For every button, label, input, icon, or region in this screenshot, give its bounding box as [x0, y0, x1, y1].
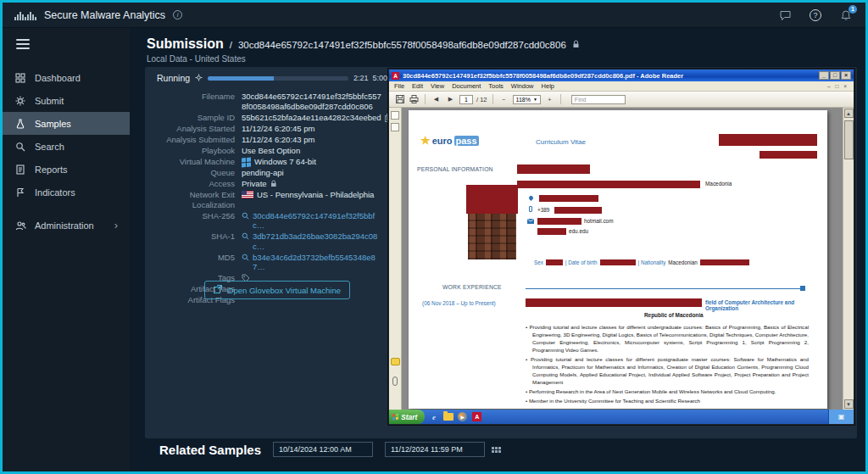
field-label: Queue	[152, 168, 242, 178]
playbook-value: Use Best Option	[242, 146, 300, 156]
work-bullet: • Providing tutorial and lecture classes…	[526, 356, 809, 387]
menu-document[interactable]: Document	[452, 82, 481, 90]
sha1-link[interactable]: 3db721db3ad26bae3082ba294c08c…	[253, 231, 385, 251]
field-label: Analysis Submitted	[152, 135, 242, 145]
flag-icon	[14, 187, 26, 198]
zoom-in-icon[interactable]: +	[544, 94, 555, 105]
menu-edit[interactable]: Edit	[412, 82, 423, 90]
network-exit-value: US - Pennsylvania - Philadelphia	[257, 190, 374, 200]
sidebar-item-indicators[interactable]: Indicators	[3, 181, 130, 204]
sha256-link[interactable]: 30cd844e65792c147491ef32f5bbfc…	[253, 211, 385, 231]
page-title: Submission	[147, 36, 224, 52]
save-icon[interactable]	[394, 94, 405, 105]
field-label: Sample ID	[152, 113, 242, 123]
previous-page-icon[interactable]: ◀	[431, 94, 442, 105]
search-icon[interactable]	[242, 232, 249, 240]
detail-row-sample-id: Sample ID 55b621c52bfa2a4e11ea4282c34eeb…	[152, 113, 396, 123]
menu-help[interactable]: Help	[542, 82, 554, 90]
menu-tools[interactable]: Tools	[488, 82, 504, 90]
md5-link[interactable]: b34e34c6d2d3732befb5545348e87…	[253, 253, 385, 272]
vertical-scrollbar[interactable]: ▲ ▼	[843, 108, 854, 410]
internet-explorer-icon[interactable]: e	[428, 411, 439, 422]
media-player-icon[interactable]: ▶	[457, 411, 468, 422]
calendar-icon[interactable]	[492, 447, 501, 453]
menu-toggle-icon[interactable]	[16, 39, 30, 49]
time-elapsed: 2:21	[353, 74, 369, 82]
document-window-controls[interactable]: – □ ×	[827, 83, 849, 89]
vm-close-button[interactable]: ×	[841, 71, 851, 80]
next-page-icon[interactable]: ▶	[445, 94, 456, 105]
email-domain-2: edu.edu	[569, 228, 588, 234]
detail-row-md5: MD5 b34e34c6d2d3732befb5545348e87…	[152, 253, 396, 272]
search-icon[interactable]	[242, 212, 249, 220]
open-glovebox-button[interactable]: Open Glovebox Virtual Machine	[204, 281, 350, 299]
nationality-value: Macedonian	[668, 259, 697, 265]
comments-panel-icon[interactable]	[391, 358, 400, 365]
zoom-out-icon[interactable]: −	[498, 94, 509, 105]
vm-maximize-button[interactable]: □	[830, 71, 840, 80]
vm-taskbar: Start e ▶ A ▣	[389, 410, 854, 424]
print-icon[interactable]	[409, 94, 420, 105]
page-number-input[interactable]: 1	[459, 95, 473, 104]
vm-window-title: 30cd844e65792c147491ef32f5bbfc5578f00584…	[403, 72, 683, 80]
glovebox-vm-screen[interactable]: A 30cd844e65792c147491ef32f5bbfc5578f005…	[388, 69, 854, 425]
find-input[interactable]: Find	[571, 95, 626, 104]
analysis-status-row: Running 2:21 5:00	[157, 73, 387, 83]
notifications-bell-icon[interactable]: 1	[838, 8, 854, 23]
attachments-panel-icon[interactable]	[392, 376, 398, 386]
sidebar-item-label: Indicators	[35, 187, 75, 198]
zoom-level-select[interactable]: 118%▼	[513, 95, 541, 104]
redaction-box	[537, 218, 581, 225]
detail-row-filename: Filename 30cd844e65792c147491ef32f5bbfc5…	[152, 92, 396, 111]
redaction-box	[700, 259, 749, 265]
access-value: Private	[242, 179, 267, 189]
bookmarks-panel-icon[interactable]	[391, 123, 399, 131]
menu-file[interactable]: File	[394, 82, 404, 90]
sidebar-item-reports[interactable]: Reports	[3, 158, 130, 181]
scroll-up-arrow[interactable]: ▲	[844, 109, 854, 118]
pdf-taskbar-icon[interactable]: A	[471, 411, 482, 422]
work-bullet-list: • Providing tutorial and lecture classes…	[526, 324, 809, 407]
vm-toolbar: ◀ ▶ 1 / 12 − 118%▼ + Find	[389, 92, 854, 108]
sidebar-item-dashboard[interactable]: Dashboard	[3, 66, 130, 89]
system-tray[interactable]: ▣	[828, 410, 854, 424]
detail-row-network-exit: Network Exit Localization US - Pennsylva…	[152, 190, 396, 209]
search-icon[interactable]	[242, 254, 249, 261]
vm-window-titlebar: A 30cd844e65792c147491ef32f5bbfc5578f005…	[389, 70, 854, 81]
scroll-down-arrow[interactable]: ▼	[844, 399, 854, 409]
redaction-box	[466, 185, 518, 214]
sidebar-item-administration[interactable]: Administration ›	[3, 214, 130, 237]
related-date-to-input[interactable]	[385, 442, 485, 457]
submission-card: Running 2:21 5:00 Filename 30cd844e65792…	[145, 67, 857, 438]
folder-icon[interactable]	[442, 411, 453, 422]
work-period: (06 Nov 2018 – Up to Present)	[422, 300, 496, 306]
redaction-box	[760, 151, 817, 159]
sample-hash: 30cd844e65792c147491ef32f5bbfc5578f00584…	[238, 40, 566, 50]
related-date-from-input[interactable]	[273, 442, 373, 457]
menu-view[interactable]: View	[431, 82, 444, 90]
sidebar-item-search[interactable]: Search	[3, 135, 130, 158]
redaction-box	[539, 195, 598, 202]
email-domain-1: hotmail.com	[584, 218, 613, 224]
gear-icon	[195, 73, 203, 83]
virtual-machine-value: Windows 7 64-bit	[254, 157, 316, 167]
sidebar-item-samples[interactable]: Samples	[3, 112, 130, 135]
feedback-icon[interactable]	[777, 8, 793, 23]
help-icon[interactable]: ?	[808, 8, 823, 23]
gear-icon	[14, 96, 26, 106]
sidebar-nav: Dashboard Submit Samples Search Reports …	[3, 66, 130, 237]
start-button[interactable]: Start	[389, 410, 425, 424]
page-header: Submission / 30cd844e65792c147491ef32f5b…	[147, 36, 580, 64]
vm-minimize-button[interactable]: _	[819, 71, 829, 80]
info-icon[interactable]: i	[173, 10, 182, 20]
scrollbar-thumb[interactable]	[844, 120, 854, 159]
lock-icon	[572, 36, 580, 52]
pages-panel-icon[interactable]	[391, 111, 399, 120]
menu-window[interactable]: Window	[511, 82, 534, 90]
external-window-icon	[214, 285, 222, 295]
sidebar-item-label: Submit	[35, 96, 64, 106]
topbar: Secure Malware Analytics i ? 1	[3, 3, 865, 28]
sidebar-item-submit[interactable]: Submit	[3, 89, 130, 112]
detail-row-sha256: SHA-256 30cd844e65792c147491ef32f5bbfc…	[152, 211, 396, 231]
personal-info-heading: PERSONAL INFORMATION	[417, 166, 493, 172]
